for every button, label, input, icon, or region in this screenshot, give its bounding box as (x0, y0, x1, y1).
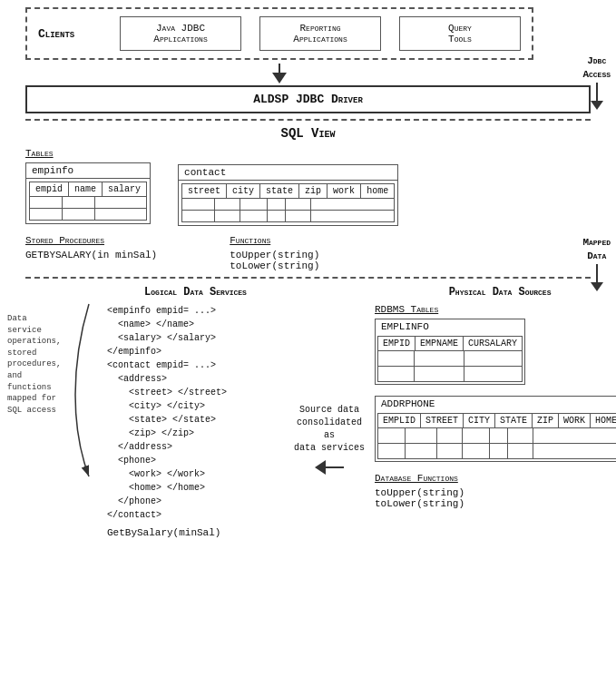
physical-title: Physical Data Sources (375, 286, 616, 299)
arrow-left-line (326, 466, 344, 468)
ep-cell-2-2 (415, 367, 464, 381)
addrphone-phys-name: ADDRPHONE (376, 397, 616, 411)
client-items: Java JDBCApplications ReportingApplicati… (120, 16, 521, 51)
addrphone-phys-header: EMPLID STREET CITY STATE ZIP WORK HOME (378, 414, 616, 427)
curved-arrow-svg (71, 295, 98, 495)
c-cell-1-6 (311, 199, 337, 210)
physical-section: Physical Data Sources RDBMS Tables EMPLI… (375, 286, 616, 538)
empinfo-table-inner: empid name salary (29, 182, 147, 221)
jdbc-access-label: JdbcAccess (582, 54, 611, 83)
jdbc-driver-label: ALDSP JDBC Driver (253, 93, 363, 106)
tables-label: Tables (25, 148, 151, 159)
ep-cell-2-1 (378, 367, 415, 381)
xml-code: <empinfo empid= ...> <name> </name> <sal… (107, 304, 284, 522)
contact-table-inner: street city state zip work home (181, 183, 395, 222)
tables-section: Tables empinfo empid name salary (25, 148, 609, 226)
mapped-data-arrow-line (596, 264, 598, 282)
ap-cell-2-3 (437, 444, 463, 458)
db-functions-section: Database Functions toUpper(string)toLowe… (375, 473, 616, 509)
db-functions-label: Database Functions (375, 473, 616, 484)
ap-cell-1-2 (406, 428, 437, 443)
sp-content: GETBYSALARY(in minSal) (25, 250, 157, 260)
c-cell-2-6 (311, 211, 337, 221)
clients-box: Clients Java JDBCApplications ReportingA… (25, 7, 533, 60)
source-data-section: Source dataconsolidated asdata services (293, 340, 366, 538)
arrow-left-head (315, 460, 326, 475)
empinfo-title: empinfo (26, 163, 150, 179)
emplinfo-phys-col-cursalary: CURSALARY (464, 337, 522, 350)
ap-col-home: HOME (591, 414, 616, 427)
ap-cell-2-4 (463, 444, 490, 458)
mapped-data-label: MappedData (582, 236, 611, 264)
ap-cell-2-5 (490, 444, 508, 458)
addrphone-row-1 (378, 427, 616, 443)
ap-cell-1-1 (378, 428, 406, 443)
dashed-divider-2 (25, 277, 591, 279)
emplinfo-phys-inner: EMPID EMPNAME CURSALARY (377, 336, 523, 382)
main-container: Clients Java JDBCApplications ReportingA… (0, 0, 616, 697)
left-annotation: Data serviceoperations,storedprocedures,… (7, 313, 62, 538)
c-cell-1-1 (182, 199, 215, 210)
logical-title: Logical Data Services (107, 286, 284, 299)
ap-cell-2-6 (508, 444, 533, 458)
emplinfo-phys-row-1 (378, 350, 522, 366)
empinfo-col-salary: salary (103, 182, 146, 196)
func-label: Functions (230, 235, 319, 246)
ap-cell-1-6 (508, 428, 533, 443)
client-item-jdbc: Java JDBCApplications (120, 16, 241, 51)
empinfo-row-2 (30, 208, 146, 220)
dashed-divider-1 (25, 119, 591, 121)
contact-col-city: city (227, 184, 260, 198)
emplinfo-phys-name: EMPLINFO (376, 319, 524, 334)
c-cell-2-5 (286, 211, 311, 221)
contact-col-home: home (361, 184, 394, 198)
c-cell-2-4 (268, 211, 286, 221)
c-cell-1-2 (215, 199, 240, 210)
empinfo-cell-1-3 (95, 197, 132, 208)
contact-title: contact (179, 165, 397, 181)
ap-cell-1-5 (490, 428, 508, 443)
ap-cell-1-7 (533, 428, 559, 443)
empinfo-header: empid name salary (30, 182, 146, 196)
ap-col-emplid: EMPLID (378, 414, 421, 427)
contact-row-2 (182, 210, 394, 221)
ap-cell-1-4 (463, 428, 490, 443)
empinfo-section: Tables empinfo empid name salary (25, 148, 151, 226)
clients-label: Clients (38, 27, 102, 41)
ap-col-zip: ZIP (533, 414, 559, 427)
emplinfo-phys-col-empname: EMPNAME (416, 337, 464, 350)
emplinfo-phys-row-2 (378, 366, 522, 381)
func-block: Functions toUpper(string)toLower(string) (230, 235, 319, 271)
ep-cell-1-2 (415, 351, 464, 366)
ap-cell-1-3 (437, 428, 463, 443)
ap-cell-2-7 (533, 444, 559, 458)
rdbms-label: RDBMS Tables (375, 304, 616, 315)
addrphone-phys-container: ADDRPHONE EMPLID STREET CITY STATE ZIP W… (375, 396, 616, 464)
empinfo-cell-1-2 (63, 197, 95, 208)
jdbc-driver-box: ALDSP JDBC Driver (25, 85, 591, 113)
contact-row-1 (182, 198, 394, 210)
logical-section: Logical Data Services <empinfo empid= ..… (107, 286, 284, 538)
empinfo-col-name: name (69, 182, 103, 196)
emplinfo-phys-col-empid: EMPID (378, 337, 416, 350)
bottom-section: Data serviceoperations,storedprocedures,… (7, 286, 609, 538)
empinfo-cell-2-1 (30, 209, 63, 220)
arrow-head-1 (272, 73, 287, 83)
ep-cell-1-1 (378, 351, 415, 366)
jdbc-access-arrow-head (591, 101, 603, 110)
arrow-line-1 (279, 64, 280, 73)
empinfo-cell-2-2 (63, 209, 95, 220)
contact-col-state: state (260, 184, 299, 198)
contact-col-street: street (182, 184, 227, 198)
client-item-query: QueryTools (399, 16, 521, 51)
c-cell-2-3 (240, 211, 268, 221)
sql-view-label: SQL View (7, 126, 609, 141)
ap-cell-2-1 (378, 444, 406, 458)
contact-col-zip: zip (299, 184, 328, 198)
func-content: toUpper(string)toLower(string) (230, 250, 319, 271)
sp-block: Stored Procedures GETBYSALARY(in minSal) (25, 235, 157, 271)
sp-label: Stored Procedures (25, 235, 157, 246)
jdbc-access-arrow-line (596, 83, 598, 101)
c-cell-2-1 (182, 211, 215, 221)
ap-col-city: CITY (464, 414, 495, 427)
